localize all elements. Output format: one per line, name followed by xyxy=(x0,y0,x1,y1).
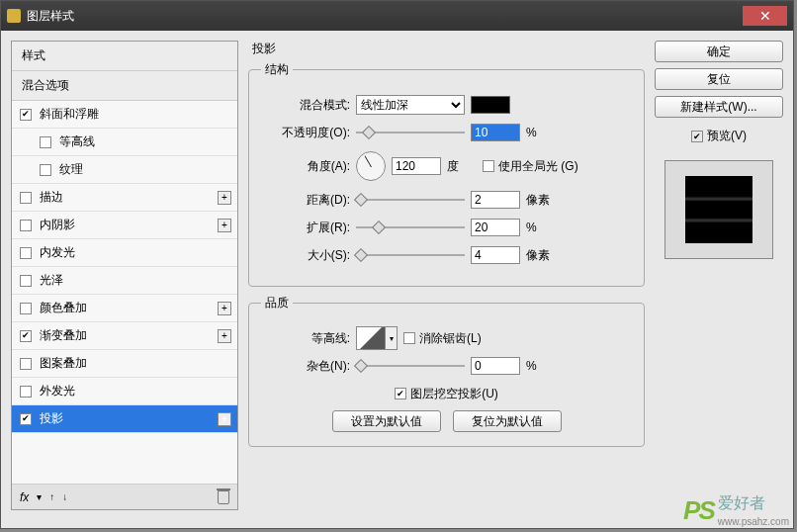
add-effect-icon[interactable]: + xyxy=(218,329,231,343)
style-checkbox[interactable] xyxy=(20,109,32,121)
watermark-text: 爱好者 xyxy=(718,494,765,511)
quality-group: 品质 等高线: ▾ 消除锯齿(L) 杂色(N): xyxy=(248,295,645,447)
style-label: 内阴影 xyxy=(40,217,75,233)
style-checkbox[interactable] xyxy=(20,220,32,231)
watermark-logo: PS xyxy=(683,495,714,526)
angle-input[interactable] xyxy=(392,157,441,175)
window-title: 图层样式 xyxy=(27,8,743,25)
styles-sidebar: 样式 混合选项 斜面和浮雕等高线纹理描边+内阴影+内发光光泽颜色叠加+渐变叠加+… xyxy=(11,41,238,510)
style-item-5[interactable]: 内发光 xyxy=(12,239,237,267)
angle-unit: 度 xyxy=(447,158,477,175)
opacity-input[interactable] xyxy=(471,124,520,141)
style-item-2[interactable]: 纹理 xyxy=(12,156,237,184)
contour-dropdown-icon[interactable]: ▾ xyxy=(386,326,398,350)
spread-label: 扩展(R): xyxy=(261,220,350,236)
style-checkbox[interactable] xyxy=(20,247,32,259)
fx-menu-icon[interactable]: ▾ xyxy=(37,491,42,502)
style-label: 外发光 xyxy=(40,383,75,399)
angle-label: 角度(A): xyxy=(261,158,350,175)
spread-unit: % xyxy=(526,221,556,234)
noise-slider[interactable] xyxy=(356,359,465,373)
panel-title: 投影 xyxy=(252,41,645,57)
style-checkbox[interactable] xyxy=(40,164,51,176)
distance-input[interactable] xyxy=(471,191,520,209)
make-default-button[interactable]: 设置为默认值 xyxy=(332,410,441,432)
style-checkbox[interactable] xyxy=(40,136,51,148)
close-button[interactable]: ✕ xyxy=(743,6,787,26)
sidebar-header-styles[interactable]: 样式 xyxy=(12,42,237,71)
size-slider[interactable] xyxy=(356,248,465,262)
style-checkbox[interactable] xyxy=(20,386,32,398)
style-label: 描边 xyxy=(40,189,63,206)
style-label: 斜面和浮雕 xyxy=(40,106,99,123)
contour-label: 等高线: xyxy=(261,330,350,347)
distance-slider[interactable] xyxy=(356,193,465,207)
cancel-button[interactable]: 复位 xyxy=(655,68,783,90)
sidebar-header-blend[interactable]: 混合选项 xyxy=(12,71,237,101)
style-item-10[interactable]: 外发光 xyxy=(12,378,237,405)
style-checkbox[interactable] xyxy=(20,303,32,314)
size-input[interactable] xyxy=(471,246,520,264)
contour-picker[interactable] xyxy=(356,326,386,350)
noise-unit: % xyxy=(526,359,556,373)
style-item-9[interactable]: 图案叠加 xyxy=(12,350,237,378)
fx-down-icon[interactable]: ↓ xyxy=(62,491,67,502)
style-label: 纹理 xyxy=(59,161,83,178)
ok-button[interactable]: 确定 xyxy=(655,41,783,62)
right-column: 确定 复位 新建样式(W)... ✔预览(V) xyxy=(655,41,783,510)
noise-label: 杂色(N): xyxy=(261,358,350,375)
style-checkbox[interactable] xyxy=(20,413,32,425)
titlebar[interactable]: 图层样式 ✕ xyxy=(1,1,793,31)
trash-icon[interactable] xyxy=(218,490,229,504)
add-effect-icon[interactable]: + xyxy=(218,191,231,205)
noise-input[interactable] xyxy=(471,357,520,375)
style-checkbox[interactable] xyxy=(20,330,32,342)
new-style-button[interactable]: 新建样式(W)... xyxy=(655,96,783,118)
distance-unit: 像素 xyxy=(526,192,556,209)
angle-dial[interactable] xyxy=(356,151,386,181)
opacity-slider[interactable] xyxy=(356,126,465,139)
add-effect-icon[interactable]: + xyxy=(218,302,231,315)
global-light-checkbox[interactable]: 使用全局光 (G) xyxy=(483,158,578,175)
reset-default-button[interactable]: 复位为默认值 xyxy=(453,410,562,432)
style-item-1[interactable]: 等高线 xyxy=(12,129,237,156)
preview-box xyxy=(664,160,773,259)
watermark: PS 爱好者www.psahz.com xyxy=(683,493,789,528)
size-unit: 像素 xyxy=(526,247,556,264)
sidebar-footer: fx ▾ ↑ ↓ xyxy=(12,484,237,509)
add-effect-icon[interactable]: + xyxy=(218,219,231,232)
style-checkbox[interactable] xyxy=(20,358,32,370)
fx-up-icon[interactable]: ↑ xyxy=(49,491,54,502)
blend-mode-select[interactable]: 线性加深 xyxy=(356,95,465,115)
style-label: 渐变叠加 xyxy=(40,327,87,344)
style-label: 光泽 xyxy=(40,272,63,289)
distance-label: 距离(D): xyxy=(261,192,350,209)
knockout-checkbox[interactable]: 图层挖空投影(U) xyxy=(395,386,498,402)
style-label: 内发光 xyxy=(40,244,75,261)
antialias-checkbox[interactable]: 消除锯齿(L) xyxy=(403,330,482,347)
add-effect-icon[interactable]: + xyxy=(218,412,231,426)
app-icon xyxy=(7,9,21,23)
opacity-unit: % xyxy=(526,126,556,139)
style-checkbox[interactable] xyxy=(20,275,32,287)
dialog-window: 图层样式 ✕ 样式 混合选项 斜面和浮雕等高线纹理描边+内阴影+内发光光泽颜色叠… xyxy=(0,0,794,529)
style-checkbox[interactable] xyxy=(20,192,32,204)
fx-label[interactable]: fx xyxy=(20,490,29,504)
style-item-0[interactable]: 斜面和浮雕 xyxy=(12,101,237,129)
style-item-8[interactable]: 渐变叠加+ xyxy=(12,322,237,350)
spread-slider[interactable] xyxy=(356,221,465,234)
quality-legend: 品质 xyxy=(261,295,293,311)
style-label: 投影 xyxy=(40,410,63,427)
style-item-3[interactable]: 描边+ xyxy=(12,184,237,212)
style-item-6[interactable]: 光泽 xyxy=(12,267,237,295)
style-item-4[interactable]: 内阴影+ xyxy=(12,212,237,239)
preview-checkbox[interactable]: ✔预览(V) xyxy=(655,128,783,144)
opacity-label: 不透明度(O): xyxy=(261,125,350,141)
shadow-color-swatch[interactable] xyxy=(471,96,510,114)
style-item-7[interactable]: 颜色叠加+ xyxy=(12,295,237,322)
watermark-url: www.psahz.com xyxy=(718,516,789,527)
structure-legend: 结构 xyxy=(261,61,293,78)
size-label: 大小(S): xyxy=(261,247,350,264)
style-item-11[interactable]: 投影+ xyxy=(12,405,237,433)
spread-input[interactable] xyxy=(471,219,520,236)
